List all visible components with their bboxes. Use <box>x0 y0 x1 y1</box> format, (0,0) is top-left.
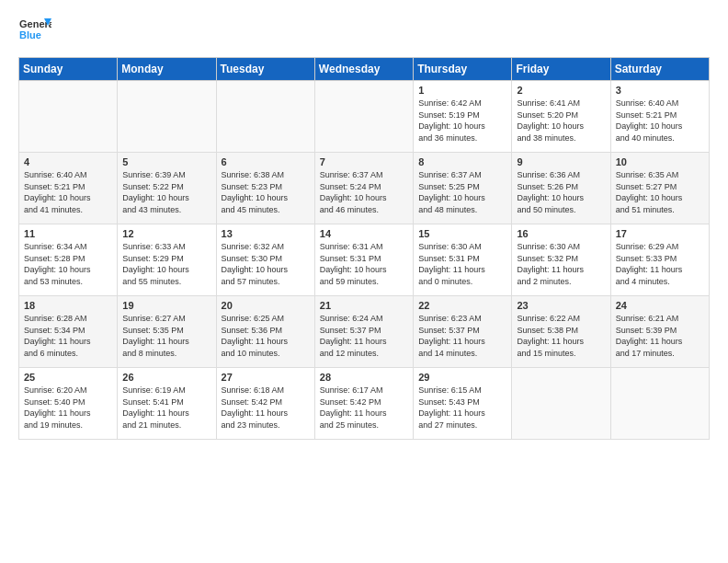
logo-svg: General Blue <box>18 15 51 48</box>
calendar-cell <box>118 81 216 153</box>
day-info: Sunrise: 6:42 AMSunset: 5:19 PMDaylight:… <box>418 98 506 144</box>
day-number: 15 <box>418 228 506 239</box>
day-number: 22 <box>418 300 506 311</box>
calendar-cell: 20Sunrise: 6:25 AMSunset: 5:36 PMDayligh… <box>216 296 314 368</box>
calendar-header-row: SundayMondayTuesdayWednesdayThursdayFrid… <box>19 58 710 81</box>
day-number: 9 <box>517 156 605 167</box>
calendar-cell: 17Sunrise: 6:29 AMSunset: 5:33 PMDayligh… <box>610 224 709 296</box>
week-row-0: 1Sunrise: 6:42 AMSunset: 5:19 PMDaylight… <box>19 81 710 153</box>
day-info: Sunrise: 6:34 AMSunset: 5:28 PMDaylight:… <box>24 241 112 287</box>
calendar-cell: 5Sunrise: 6:39 AMSunset: 5:22 PMDaylight… <box>118 153 216 224</box>
day-number: 10 <box>616 156 704 167</box>
day-number: 17 <box>616 228 704 239</box>
day-number: 13 <box>222 228 310 239</box>
weekday-header-monday: Monday <box>118 58 216 81</box>
calendar-cell: 21Sunrise: 6:24 AMSunset: 5:37 PMDayligh… <box>314 296 413 368</box>
day-number: 6 <box>222 156 310 167</box>
calendar-cell: 12Sunrise: 6:33 AMSunset: 5:29 PMDayligh… <box>118 224 216 296</box>
weekday-header-wednesday: Wednesday <box>314 58 413 81</box>
weekday-header-sunday: Sunday <box>19 58 118 81</box>
day-info: Sunrise: 6:37 AMSunset: 5:25 PMDaylight:… <box>418 169 506 215</box>
week-row-3: 18Sunrise: 6:28 AMSunset: 5:34 PMDayligh… <box>19 296 710 368</box>
day-info: Sunrise: 6:40 AMSunset: 5:21 PMDaylight:… <box>24 169 112 215</box>
header: General Blue <box>18 15 710 48</box>
day-number: 2 <box>517 85 605 96</box>
day-number: 7 <box>320 156 408 167</box>
calendar-cell: 1Sunrise: 6:42 AMSunset: 5:19 PMDaylight… <box>414 81 512 153</box>
day-info: Sunrise: 6:36 AMSunset: 5:26 PMDaylight:… <box>517 169 605 215</box>
day-info: Sunrise: 6:41 AMSunset: 5:20 PMDaylight:… <box>517 98 605 144</box>
day-number: 19 <box>122 300 210 311</box>
week-row-4: 25Sunrise: 6:20 AMSunset: 5:40 PMDayligh… <box>19 368 710 440</box>
day-info: Sunrise: 6:25 AMSunset: 5:36 PMDaylight:… <box>222 313 310 359</box>
day-info: Sunrise: 6:18 AMSunset: 5:42 PMDaylight:… <box>222 385 310 431</box>
week-row-2: 11Sunrise: 6:34 AMSunset: 5:28 PMDayligh… <box>19 224 710 296</box>
calendar-cell: 14Sunrise: 6:31 AMSunset: 5:31 PMDayligh… <box>314 224 413 296</box>
day-number: 29 <box>418 372 506 383</box>
day-number: 28 <box>320 372 408 383</box>
weekday-header-friday: Friday <box>512 58 610 81</box>
calendar-cell: 25Sunrise: 6:20 AMSunset: 5:40 PMDayligh… <box>19 368 118 440</box>
day-number: 26 <box>122 372 210 383</box>
calendar-cell: 3Sunrise: 6:40 AMSunset: 5:21 PMDaylight… <box>610 81 709 153</box>
calendar-cell <box>512 368 610 440</box>
day-number: 16 <box>517 228 605 239</box>
day-info: Sunrise: 6:22 AMSunset: 5:38 PMDaylight:… <box>517 313 605 359</box>
day-info: Sunrise: 6:15 AMSunset: 5:43 PMDaylight:… <box>418 385 506 431</box>
day-number: 11 <box>24 228 112 239</box>
day-info: Sunrise: 6:40 AMSunset: 5:21 PMDaylight:… <box>616 98 704 144</box>
calendar-cell <box>610 368 709 440</box>
calendar-cell: 24Sunrise: 6:21 AMSunset: 5:39 PMDayligh… <box>610 296 709 368</box>
calendar-cell: 10Sunrise: 6:35 AMSunset: 5:27 PMDayligh… <box>610 153 709 224</box>
calendar-cell: 2Sunrise: 6:41 AMSunset: 5:20 PMDaylight… <box>512 81 610 153</box>
calendar-cell: 4Sunrise: 6:40 AMSunset: 5:21 PMDaylight… <box>19 153 118 224</box>
day-number: 27 <box>222 372 310 383</box>
day-number: 14 <box>320 228 408 239</box>
day-number: 25 <box>24 372 112 383</box>
day-info: Sunrise: 6:30 AMSunset: 5:32 PMDaylight:… <box>517 241 605 287</box>
calendar-cell: 23Sunrise: 6:22 AMSunset: 5:38 PMDayligh… <box>512 296 610 368</box>
day-info: Sunrise: 6:30 AMSunset: 5:31 PMDaylight:… <box>418 241 506 287</box>
day-number: 12 <box>122 228 210 239</box>
logo: General Blue <box>18 15 51 48</box>
weekday-header-tuesday: Tuesday <box>216 58 314 81</box>
day-info: Sunrise: 6:20 AMSunset: 5:40 PMDaylight:… <box>24 385 112 431</box>
day-info: Sunrise: 6:28 AMSunset: 5:34 PMDaylight:… <box>24 313 112 359</box>
calendar-cell <box>314 81 413 153</box>
day-number: 20 <box>222 300 310 311</box>
day-info: Sunrise: 6:39 AMSunset: 5:22 PMDaylight:… <box>122 169 210 215</box>
day-info: Sunrise: 6:21 AMSunset: 5:39 PMDaylight:… <box>616 313 704 359</box>
day-info: Sunrise: 6:37 AMSunset: 5:24 PMDaylight:… <box>320 169 408 215</box>
calendar-cell: 6Sunrise: 6:38 AMSunset: 5:23 PMDaylight… <box>216 153 314 224</box>
day-info: Sunrise: 6:33 AMSunset: 5:29 PMDaylight:… <box>122 241 210 287</box>
calendar-cell: 22Sunrise: 6:23 AMSunset: 5:37 PMDayligh… <box>414 296 512 368</box>
day-number: 8 <box>418 156 506 167</box>
calendar-cell: 8Sunrise: 6:37 AMSunset: 5:25 PMDaylight… <box>414 153 512 224</box>
calendar-table: SundayMondayTuesdayWednesdayThursdayFrid… <box>18 57 710 440</box>
calendar-cell: 26Sunrise: 6:19 AMSunset: 5:41 PMDayligh… <box>118 368 216 440</box>
day-number: 3 <box>616 85 704 96</box>
day-info: Sunrise: 6:27 AMSunset: 5:35 PMDaylight:… <box>122 313 210 359</box>
day-info: Sunrise: 6:19 AMSunset: 5:41 PMDaylight:… <box>122 385 210 431</box>
calendar-cell: 13Sunrise: 6:32 AMSunset: 5:30 PMDayligh… <box>216 224 314 296</box>
calendar-cell: 15Sunrise: 6:30 AMSunset: 5:31 PMDayligh… <box>414 224 512 296</box>
svg-text:Blue: Blue <box>19 29 41 40</box>
calendar-cell <box>216 81 314 153</box>
day-info: Sunrise: 6:31 AMSunset: 5:31 PMDaylight:… <box>320 241 408 287</box>
calendar-cell: 29Sunrise: 6:15 AMSunset: 5:43 PMDayligh… <box>414 368 512 440</box>
day-info: Sunrise: 6:38 AMSunset: 5:23 PMDaylight:… <box>222 169 310 215</box>
day-number: 21 <box>320 300 408 311</box>
day-number: 5 <box>122 156 210 167</box>
week-row-1: 4Sunrise: 6:40 AMSunset: 5:21 PMDaylight… <box>19 153 710 224</box>
day-info: Sunrise: 6:24 AMSunset: 5:37 PMDaylight:… <box>320 313 408 359</box>
day-number: 1 <box>418 85 506 96</box>
calendar-cell: 18Sunrise: 6:28 AMSunset: 5:34 PMDayligh… <box>19 296 118 368</box>
page: General Blue SundayMondayTuesdayWednesda… <box>0 0 728 563</box>
calendar-cell: 27Sunrise: 6:18 AMSunset: 5:42 PMDayligh… <box>216 368 314 440</box>
day-info: Sunrise: 6:32 AMSunset: 5:30 PMDaylight:… <box>222 241 310 287</box>
calendar-cell: 11Sunrise: 6:34 AMSunset: 5:28 PMDayligh… <box>19 224 118 296</box>
day-info: Sunrise: 6:29 AMSunset: 5:33 PMDaylight:… <box>616 241 704 287</box>
calendar-cell: 9Sunrise: 6:36 AMSunset: 5:26 PMDaylight… <box>512 153 610 224</box>
weekday-header-thursday: Thursday <box>414 58 512 81</box>
day-info: Sunrise: 6:23 AMSunset: 5:37 PMDaylight:… <box>418 313 506 359</box>
